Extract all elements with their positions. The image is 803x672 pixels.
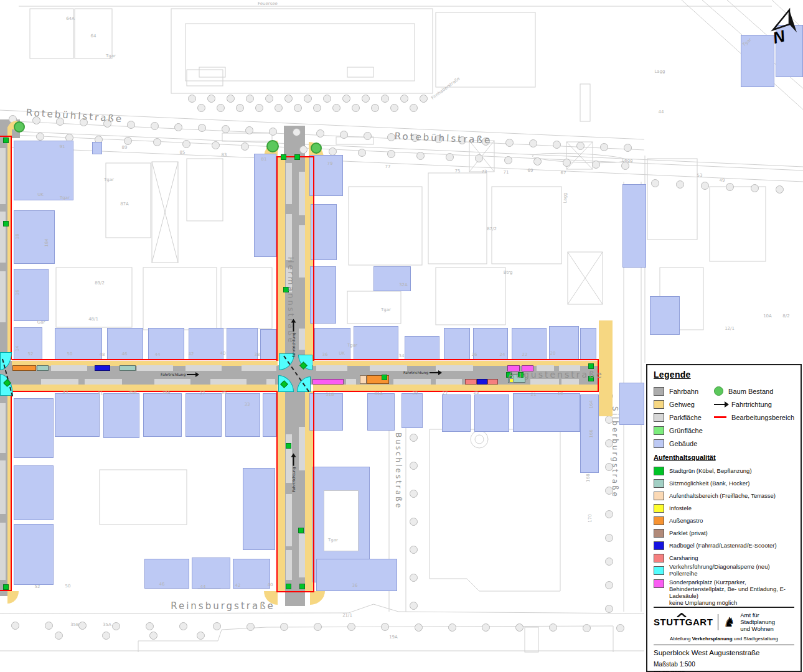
existing-tree-icon — [410, 104, 418, 112]
title-block-logo-row: STUTTGART ♞ Amt für Stadtplanung und Woh… — [654, 612, 794, 633]
hermannstrasse-sidewalk-west — [278, 391, 285, 592]
existing-tree-icon — [364, 132, 372, 140]
bearbeitungsbereich-line — [11, 391, 12, 591]
building — [474, 394, 509, 432]
parking-strip — [137, 365, 173, 371]
parcel-label: 52 — [28, 352, 34, 357]
bearbeitungsbereich-line — [313, 391, 314, 592]
parking-strip — [286, 163, 292, 204]
parcel-label: 91 — [60, 144, 65, 149]
existing-tree-icon — [505, 139, 514, 147]
parking-strip — [530, 379, 559, 385]
office-line1: Amt für Stadtplanung — [740, 612, 794, 626]
existing-tree-icon — [410, 434, 418, 442]
legend-item-label: Gehweg — [669, 401, 695, 408]
existing-tree-icon — [390, 104, 398, 112]
parcel-label: Btrg — [504, 270, 513, 275]
parcel-label: Gar — [37, 320, 45, 325]
aussengastro-feature — [12, 365, 36, 371]
stadtgruen-marker — [382, 375, 387, 380]
building — [309, 155, 343, 196]
existing-tree-icon — [236, 104, 244, 112]
legend-item: Grünfläche — [654, 424, 714, 437]
building — [192, 558, 230, 589]
fahrtrichtung-label: Fahrtrichtung — [291, 332, 296, 357]
street-label: Silberburgstraße — [611, 406, 619, 498]
existing-tree-icon — [776, 185, 784, 194]
parcel-label: 31B — [326, 392, 334, 397]
parcel-label: 81 — [261, 157, 267, 162]
legend-item: Fahrbahn — [654, 385, 714, 398]
logo-roof-icon — [677, 613, 687, 617]
legend-item-label2: keine Umplanung möglich — [669, 600, 794, 607]
bearbeitungsbereich-line — [276, 591, 314, 592]
parking-strip — [436, 379, 462, 385]
existing-tree-icon — [304, 95, 312, 103]
bearbeitungsbereich-line — [0, 590, 12, 591]
bearbeitungsbereich-line — [11, 136, 12, 360]
parcel-label: 53 — [697, 173, 703, 178]
parcel-label: 35 — [222, 390, 227, 395]
parking-strip — [346, 379, 356, 385]
existing-tree-icon — [400, 95, 408, 103]
direction-arrow-icon — [187, 374, 196, 375]
legend-item-label: Fahrbahn — [669, 388, 698, 395]
legend-item-label: Grünfläche — [669, 427, 703, 434]
legend-area-items: FahrbahnGehwegParkflächeGrünflächeGebäud… — [654, 385, 714, 450]
parcel-label: Lagg — [654, 69, 665, 74]
sitzmoeglichkeit-feature — [37, 365, 49, 371]
existing-tree-icon — [410, 602, 418, 610]
parcel-label: 29 — [413, 391, 418, 396]
parcel-label: 35B — [70, 622, 79, 627]
parcel-label: UK — [37, 192, 44, 197]
existing-tree-icon — [592, 161, 600, 169]
existing-tree-icon — [701, 182, 709, 190]
building — [309, 393, 343, 431]
parcel-label: 48/1 — [88, 317, 98, 322]
parcel-label: 27 — [443, 391, 448, 396]
stadtgruen-marker — [588, 363, 594, 369]
building — [103, 393, 139, 438]
parcel-label: 83 — [222, 152, 227, 157]
existing-tree-icon — [482, 623, 490, 632]
building — [55, 328, 102, 360]
parcel-label: UK — [339, 351, 345, 356]
silberburgstrasse-sidewalk — [599, 320, 613, 416]
existing-tree-icon — [340, 131, 348, 139]
legend-item: Carsharing — [654, 552, 794, 564]
parcel-label: Tgar — [104, 177, 114, 182]
existing-tree-icon — [420, 95, 428, 103]
legend-symbol-item: Fahrtrichtung — [714, 398, 794, 411]
parking-strip — [0, 523, 6, 580]
existing-tree-icon — [255, 104, 263, 112]
direction-arrow-icon — [430, 372, 439, 373]
existing-tree-icon — [448, 623, 456, 632]
bearbeitungsbereich-line — [313, 156, 314, 361]
legend-item-label: Verkehrsführung/Diagonalsperre (neu) Pol… — [669, 564, 794, 577]
existing-tree-icon — [726, 183, 734, 191]
radbuegel-feature — [477, 379, 487, 385]
project-title: Superblock West Augustenstraße — [654, 649, 794, 656]
existing-tree-icon — [222, 125, 230, 133]
building — [373, 266, 411, 291]
existing-tree-icon — [533, 157, 542, 166]
legend-symbol-items: Baum BestandFahrtrichtungBearbeitungsber… — [714, 385, 794, 450]
radbuegel-feature — [95, 365, 110, 371]
parcel-label: 87/2 — [487, 226, 497, 231]
building — [622, 184, 646, 268]
legend-item-label: Sonderparkplatz (Kurzparker, Behinderten… — [669, 579, 794, 607]
building — [405, 336, 439, 360]
stadtgruen-marker — [299, 584, 305, 589]
legend-item-label: Baum Bestand — [728, 388, 773, 395]
legend-panel: Legende FahrbahnGehwegParkflächeGrünfläc… — [646, 364, 802, 672]
existing-tree-icon — [174, 123, 182, 131]
building — [512, 328, 547, 360]
parcel-label: 73 — [482, 169, 487, 174]
legend-item: Gehweg — [654, 398, 714, 411]
existing-tree-icon — [269, 128, 277, 136]
legend-symbol-item: Baum Bestand — [714, 385, 794, 398]
parking-strip — [185, 365, 222, 371]
parcel-label: 44 — [200, 584, 206, 589]
parcel-label: Lagg — [563, 192, 568, 203]
existing-tree-icon — [102, 632, 110, 640]
